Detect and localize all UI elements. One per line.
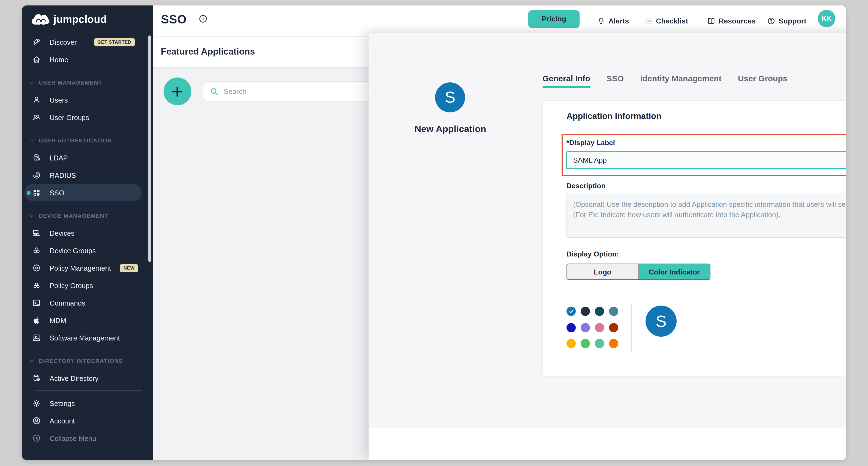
card-heading: Application Information [566, 111, 661, 121]
user-group-icon [32, 113, 41, 122]
color-swatch-1411bd[interactable] [566, 323, 576, 332]
check-icon [568, 309, 574, 314]
color-swatch-a03206[interactable] [609, 323, 618, 332]
sidebar-item-label: User Groups [50, 113, 89, 121]
active-item-pill [25, 184, 142, 201]
sidebar-item-label: Settings [50, 399, 75, 407]
sidebar: jumpcloud DiscoverGET STARTEDHomeUSER MA… [22, 5, 153, 460]
pricing-button[interactable]: Pricing [528, 10, 580, 28]
description-textarea[interactable] [566, 193, 846, 238]
sidebar-item-label: Account [50, 417, 75, 425]
sidebar-item-policy-groups[interactable]: Policy Groups [22, 276, 153, 294]
devices-icon [32, 229, 41, 237]
policy-icon [32, 264, 41, 272]
display-label-label: *Display Label [566, 139, 615, 147]
policy-group-icon [32, 281, 41, 290]
chevron-down-icon [29, 212, 35, 219]
swatch-divider [631, 304, 632, 352]
new-application-modal: S New Application General InfoSSOIdentit… [369, 33, 846, 460]
question-icon [767, 17, 775, 25]
rocket-icon [32, 38, 41, 47]
color-swatch-f97602[interactable] [609, 339, 618, 348]
sidebar-item-collapse-menu[interactable]: Collapse Menu [22, 430, 153, 447]
tab-sso[interactable]: SSO [607, 74, 624, 88]
info-icon[interactable] [198, 14, 208, 24]
user-avatar[interactable]: KK [818, 10, 835, 27]
jumpcloud-logo[interactable]: jumpcloud [22, 5, 153, 33]
sidebar-section-user-authentication[interactable]: USER AUTHENTICATION [22, 132, 153, 149]
application-name: New Application [385, 124, 516, 135]
sidebar-scrollbar[interactable] [148, 35, 151, 262]
sidebar-item-device-groups[interactable]: Device Groups [22, 242, 153, 259]
sidebar-section-label: DEVICE MANAGEMENT [39, 212, 108, 219]
featured-applications-title: Featured Applications [161, 47, 255, 57]
modal-tabs: General InfoSSOIdentity ManagementUser G… [542, 74, 787, 88]
tab-user-groups[interactable]: User Groups [738, 74, 787, 88]
venn-icon [32, 246, 41, 255]
sidebar-item-discover[interactable]: DiscoverGET STARTED [22, 33, 153, 51]
chevron-down-icon [29, 137, 35, 143]
laptop-grid-icon [32, 333, 41, 342]
color-swatch-8677e2[interactable] [581, 323, 590, 332]
tab-general-info[interactable]: General Info [542, 74, 590, 88]
sidebar-item-radius[interactable]: RADIUS [22, 167, 153, 184]
app-window: jumpcloud DiscoverGET STARTEDHomeUSER MA… [22, 5, 846, 460]
sidebar-item-label: MDM [50, 316, 66, 324]
alerts-button[interactable]: Alerts [597, 5, 629, 36]
top-bar: SSO Pricing AlertsChecklistResourcesSupp… [153, 5, 846, 36]
support-button[interactable]: Support [767, 5, 806, 36]
sidebar-section-device-management[interactable]: DEVICE MANAGEMENT [22, 207, 153, 224]
sidebar-item-software-management[interactable]: Software Management [22, 329, 153, 347]
sidebar-item-user-groups[interactable]: User Groups [22, 109, 153, 126]
color-swatch-468796[interactable] [609, 307, 618, 316]
search-input[interactable] [223, 87, 333, 95]
sidebar-item-label: Users [50, 96, 68, 104]
sidebar-item-commands[interactable]: Commands [22, 294, 153, 312]
sidebar-item-label: Device Groups [50, 246, 96, 255]
sidebar-section-label: USER MANAGEMENT [39, 79, 102, 85]
description-label: Description [566, 182, 606, 190]
book-icon [707, 17, 715, 25]
sidebar-item-settings[interactable]: Settings [22, 395, 153, 412]
sidebar-item-home[interactable]: Home [22, 51, 153, 68]
chevron-down-icon [29, 79, 35, 85]
color-swatch-0b505e[interactable] [595, 307, 604, 316]
sidebar-item-label: Policy Management [50, 264, 111, 272]
color-swatch-52c266[interactable] [581, 339, 590, 348]
display-option-logo[interactable]: Logo [567, 264, 638, 280]
sidebar-section-user-management[interactable]: USER MANAGEMENT [22, 74, 153, 91]
sidebar-item-devices[interactable]: Devices [22, 224, 153, 242]
gear-icon [32, 399, 41, 408]
sidebar-item-active-directory[interactable]: Active Directory [22, 370, 153, 387]
resources-button[interactable]: Resources [707, 5, 756, 36]
sidebar-item-label: Devices [50, 229, 74, 237]
display-label-input[interactable] [566, 151, 846, 169]
sidebar-item-sso[interactable]: SSO [22, 184, 153, 201]
plus-icon [170, 85, 184, 98]
tab-identity-management[interactable]: Identity Management [640, 74, 721, 88]
add-application-button[interactable] [163, 78, 191, 105]
sidebar-section-directory-integrations[interactable]: DIRECTORY INTEGRATIONS [22, 352, 153, 370]
user-icon [32, 95, 41, 104]
sidebar-item-account[interactable]: Account [22, 412, 153, 430]
sidebar-item-label: Collapse Menu [50, 434, 96, 442]
sidebar-item-users[interactable]: Users [22, 91, 153, 109]
active-indicator-dot [27, 191, 31, 195]
jumpcloud-logo-text: jumpcloud [54, 13, 107, 25]
sidebar-item-policy-management[interactable]: Policy ManagementNEW [22, 259, 153, 276]
sidebar-item-ldap[interactable]: LDAP [22, 149, 153, 167]
color-swatch-fcb402[interactable] [566, 339, 576, 348]
color-swatch-253341[interactable] [581, 307, 590, 316]
sidebar-item-mdm[interactable]: MDM [22, 312, 153, 329]
color-swatch-1076b4[interactable] [566, 307, 576, 316]
grid-icon [32, 188, 41, 197]
arrow-left-circle-icon [32, 434, 41, 442]
terminal-icon [32, 298, 41, 307]
topbar-button-label: Support [779, 17, 806, 25]
color-swatch-d7799f[interactable] [595, 323, 604, 332]
color-swatches [566, 307, 619, 349]
checklist-button[interactable]: Checklist [645, 5, 688, 36]
color-swatch-59c596[interactable] [595, 339, 604, 348]
apple-icon [32, 316, 41, 325]
display-option-color-indicator[interactable]: Color Indicator [638, 264, 710, 280]
